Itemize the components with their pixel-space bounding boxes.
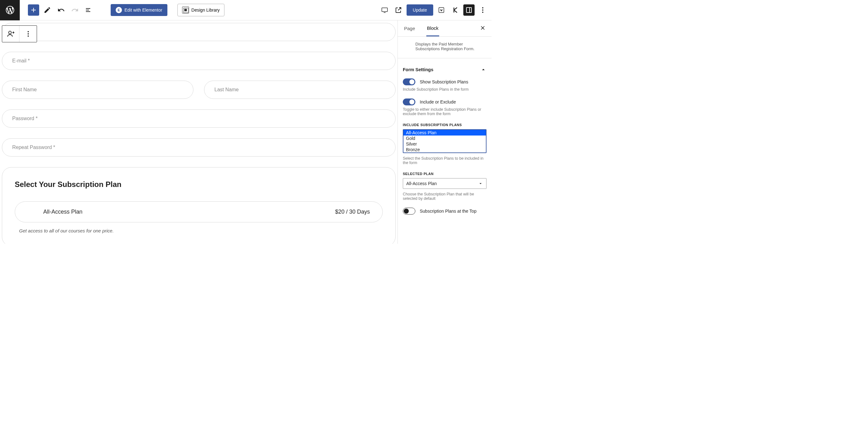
show-plans-toggle[interactable] (403, 79, 415, 85)
plan-name: All-Access Plan (43, 209, 83, 215)
elementor-icon: E (116, 7, 122, 13)
svg-point-5 (482, 9, 484, 11)
repeat-password-field[interactable]: Repeat Password * (2, 138, 396, 156)
block-type-icon[interactable] (2, 26, 20, 42)
close-sidebar-button[interactable] (479, 25, 486, 32)
elementor-label: Edit with Elementor (124, 7, 162, 12)
design-library-button[interactable]: Design Library (178, 4, 224, 16)
svg-point-8 (28, 31, 29, 32)
block-description: Displays the Paid Member Subscriptions R… (403, 42, 487, 56)
plan-price: $20 / 30 Days (335, 209, 370, 215)
include-exclude-toggle[interactable] (403, 98, 415, 106)
svg-point-10 (28, 35, 29, 37)
plan-option[interactable]: All-Access Plan $20 / 30 Days (15, 201, 383, 222)
include-exclude-help: Toggle to either include Subscription Pl… (403, 107, 487, 116)
plan-section-heading: Select Your Subscription Plan (15, 180, 383, 189)
block-options-button[interactable] (20, 26, 37, 42)
design-library-icon (182, 7, 189, 13)
update-button[interactable]: Update (407, 4, 433, 16)
chevron-down-icon (478, 181, 483, 186)
svg-rect-0 (382, 8, 388, 11)
selected-plan-select[interactable]: All-Access Plan (403, 178, 487, 189)
svg-rect-1 (439, 7, 444, 12)
svg-point-6 (482, 11, 484, 13)
include-plans-label: Include Subscription Plans (403, 123, 487, 127)
last-name-field[interactable]: Last Name (204, 81, 396, 99)
username-field[interactable]: e * (2, 23, 396, 41)
svg-point-9 (28, 33, 29, 34)
show-plans-help: Include Subscription Plans in the form (403, 87, 487, 92)
options-button[interactable] (477, 4, 488, 16)
svg-point-7 (9, 31, 11, 34)
view-button[interactable] (379, 4, 390, 16)
tab-page[interactable]: Page (403, 21, 416, 36)
chevron-up-icon (480, 66, 487, 73)
show-plans-label: Show Subscription Plans (420, 79, 468, 84)
svg-point-4 (482, 7, 484, 8)
plan-option-silver[interactable]: Silver (403, 141, 486, 147)
edit-button[interactable] (42, 4, 53, 16)
view-page-button[interactable] (393, 4, 404, 16)
edit-with-elementor-button[interactable]: E Edit with Elementor (111, 4, 167, 16)
add-block-button[interactable] (28, 4, 39, 16)
tab-block[interactable]: Block (426, 21, 439, 36)
include-exclude-label: Include or Exclude (420, 99, 456, 105)
plan-option-bronze[interactable]: Bronze (403, 147, 486, 152)
block-toolbar (2, 25, 37, 42)
plan-option-all-access[interactable]: All-Access Plan (403, 130, 486, 136)
svg-rect-2 (466, 7, 471, 12)
redo-button (69, 4, 81, 16)
selected-plan-help: Choose the Subscription Plan that will b… (403, 192, 487, 201)
include-plans-help: Select the Subscription Plans to be incl… (403, 156, 487, 165)
form-settings-panel[interactable]: Form Settings (403, 63, 487, 79)
email-field[interactable]: E-mail * (2, 52, 396, 70)
first-name-field[interactable]: First Name (2, 81, 193, 99)
wordpress-logo[interactable] (0, 0, 20, 20)
plans-top-toggle[interactable] (403, 208, 415, 214)
document-overview-button[interactable] (83, 4, 94, 16)
undo-button[interactable] (56, 4, 67, 16)
kadence-button[interactable] (450, 4, 461, 16)
ai-button[interactable] (436, 4, 447, 16)
plan-section: Select Your Subscription Plan All-Access… (2, 167, 396, 244)
selected-plan-label: Selected Plan (403, 172, 487, 176)
plan-description: Get access to all of our courses for one… (15, 228, 383, 233)
plans-top-label: Subscription Plans at the Top (420, 209, 476, 213)
include-plans-select[interactable]: All-Access Plan Gold Silver Bronze (403, 129, 487, 153)
settings-button[interactable] (463, 4, 474, 16)
plan-option-gold[interactable]: Gold (403, 136, 486, 141)
design-library-label: Design Library (191, 7, 220, 12)
password-field[interactable]: Password * (2, 110, 396, 128)
